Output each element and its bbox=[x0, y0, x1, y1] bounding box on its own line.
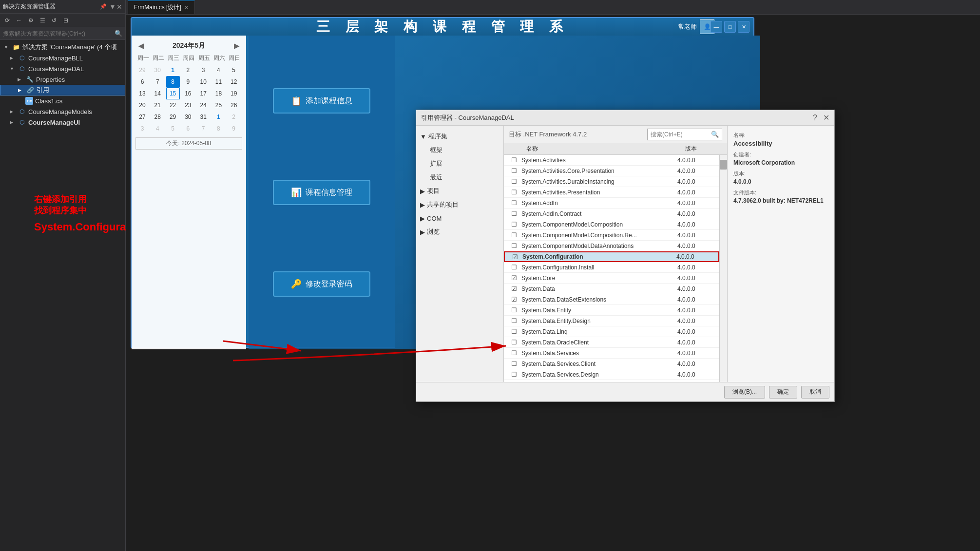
table-row[interactable]: System.AddIn 4.0.0.0 bbox=[504, 198, 719, 209]
se-item-bll[interactable]: ▶ ⬡ CourseManageBLL bbox=[0, 53, 125, 63]
cal-day[interactable]: 9 bbox=[181, 76, 195, 88]
search-icon[interactable]: 🔍 bbox=[115, 30, 122, 37]
cal-day[interactable]: 17 bbox=[196, 88, 210, 99]
cal-day[interactable]: 6 bbox=[135, 76, 149, 88]
ref-sidebar-assemblies[interactable]: ▼ 程序集 bbox=[416, 130, 503, 143]
cal-day[interactable]: 9 bbox=[227, 123, 241, 134]
cancel-btn[interactable]: 取消 bbox=[801, 386, 829, 399]
cal-day[interactable]: 12 bbox=[227, 76, 241, 88]
table-row[interactable]: System.ComponentModel.Composition 4.0.0.… bbox=[504, 219, 719, 230]
checkbox[interactable] bbox=[507, 328, 521, 335]
browse-btn[interactable]: 浏览(B)... bbox=[724, 386, 765, 399]
ref-sidebar-extensions[interactable]: 扩展 bbox=[416, 157, 503, 171]
table-row[interactable]: System.Data.Services.Client 4.0.0.0 bbox=[504, 359, 719, 369]
cal-day[interactable]: 23 bbox=[181, 99, 195, 111]
cal-day[interactable]: 29 bbox=[135, 64, 149, 76]
table-row[interactable]: System.Data.Entity.Design 4.0.0.0 bbox=[504, 316, 719, 326]
cal-day[interactable]: 5 bbox=[227, 64, 241, 76]
cal-day-today[interactable]: 8 bbox=[166, 76, 180, 88]
se-item-ui[interactable]: ▶ ⬡ CourseManageUI bbox=[0, 117, 125, 128]
table-row[interactable]: System.Data.DataSetExtensions 4.0.0.0 bbox=[504, 294, 719, 305]
cal-day[interactable]: 16 bbox=[181, 88, 195, 99]
minimize-btn[interactable]: — bbox=[711, 21, 722, 33]
table-row[interactable]: System.Configuration.Install 4.0.0.0 bbox=[504, 262, 719, 273]
table-row[interactable]: System.Activities.Core.Presentation 4.0.… bbox=[504, 166, 719, 176]
cal-day[interactable]: 13 bbox=[135, 88, 149, 99]
se-item-dal[interactable]: ▼ ⬡ CourseManageDAL bbox=[0, 63, 125, 74]
cal-day[interactable]: 3 bbox=[196, 64, 210, 76]
cal-day[interactable]: 7 bbox=[151, 76, 164, 88]
se-menu-icon[interactable]: ▾ bbox=[111, 2, 115, 11]
table-row[interactable]: System.Core 4.0.0.0 bbox=[504, 273, 719, 284]
table-row[interactable]: System.Data.OracleClient 4.0.0.0 bbox=[504, 337, 719, 348]
ref-close-btn[interactable]: ✕ bbox=[823, 113, 829, 122]
checkbox[interactable] bbox=[507, 210, 521, 217]
collapse-btn[interactable]: ⊟ bbox=[60, 15, 71, 26]
cal-day[interactable]: 30 bbox=[181, 111, 195, 123]
cal-day[interactable]: 18 bbox=[211, 88, 225, 99]
checkbox[interactable] bbox=[507, 242, 521, 249]
table-row[interactable]: System.Data.Entity 4.0.0.0 bbox=[504, 305, 719, 316]
app-close-btn[interactable]: ✕ bbox=[738, 21, 749, 33]
cal-day[interactable]: 21 bbox=[151, 99, 164, 111]
cal-day[interactable]: 25 bbox=[211, 99, 225, 111]
checkbox[interactable] bbox=[507, 264, 521, 271]
cal-prev-btn[interactable]: ◀ bbox=[135, 42, 147, 50]
close-icon[interactable]: ✕ bbox=[116, 3, 122, 11]
cal-day[interactable]: 4 bbox=[211, 64, 225, 76]
table-row[interactable]: System.Activities 4.0.0.0 bbox=[504, 155, 719, 166]
checkbox[interactable] bbox=[507, 349, 521, 357]
refresh-btn[interactable]: ↺ bbox=[49, 15, 59, 26]
checkbox[interactable] bbox=[507, 360, 521, 367]
se-item-solution[interactable]: ▼ 📁 解决方案 'CourseManage' (4 个项 bbox=[0, 42, 125, 53]
cal-day[interactable]: 11 bbox=[211, 76, 225, 88]
cal-next-btn[interactable]: ▶ bbox=[231, 42, 242, 50]
props-btn[interactable]: ⚙ bbox=[25, 15, 36, 26]
se-item-refs[interactable]: ▶ 🔗 引用 bbox=[0, 85, 125, 95]
cal-day[interactable]: 3 bbox=[135, 123, 149, 134]
checkbox[interactable] bbox=[507, 189, 521, 196]
maximize-btn[interactable]: □ bbox=[724, 21, 736, 33]
se-item-models[interactable]: ▶ ⬡ CourseManageModels bbox=[0, 106, 125, 117]
cal-day[interactable]: 22 bbox=[166, 99, 180, 111]
checkbox[interactable] bbox=[507, 306, 521, 314]
checkbox-checked[interactable] bbox=[507, 285, 521, 292]
cal-day[interactable]: 19 bbox=[227, 88, 241, 99]
table-row[interactable]: System.Activities.DurableInstancing 4.0.… bbox=[504, 176, 719, 187]
add-course-btn[interactable]: 📋 添加课程信息 bbox=[273, 88, 370, 114]
checkbox[interactable] bbox=[507, 167, 521, 174]
ref-sidebar-projects[interactable]: ▶ 项目 bbox=[416, 184, 503, 198]
table-row[interactable]: System.ComponentModel.Composition.Re... … bbox=[504, 230, 719, 241]
table-row[interactable]: System.AddIn.Contract 4.0.0.0 bbox=[504, 209, 719, 219]
help-icon[interactable]: ? bbox=[813, 114, 817, 122]
table-row[interactable]: System.Data.Services 4.0.0.0 bbox=[504, 348, 719, 359]
checkbox[interactable] bbox=[507, 317, 521, 324]
cal-day[interactable]: 27 bbox=[135, 111, 149, 123]
cal-day[interactable]: 6 bbox=[181, 123, 195, 134]
cal-day[interactable]: 5 bbox=[166, 123, 180, 134]
cal-day[interactable]: 1 bbox=[166, 64, 180, 76]
ref-search-input[interactable] bbox=[651, 131, 709, 138]
ref-sidebar-recent[interactable]: 最近 bbox=[416, 171, 503, 184]
table-row[interactable]: System.Data 4.0.0.0 bbox=[504, 284, 719, 294]
cal-day[interactable]: 2 bbox=[181, 64, 195, 76]
table-row[interactable]: System.Activities.Presentation 4.0.0.0 bbox=[504, 187, 719, 198]
sync-btn[interactable]: ⟳ bbox=[2, 15, 13, 26]
checkbox[interactable] bbox=[507, 199, 521, 207]
ref-search-icon[interactable]: 🔍 bbox=[711, 131, 719, 138]
cal-day[interactable]: 20 bbox=[135, 99, 149, 111]
table-row[interactable]: System.ComponentModel.DataAnnotations 4.… bbox=[504, 241, 719, 251]
cal-day[interactable]: 30 bbox=[151, 64, 164, 76]
checkbox-checked[interactable] bbox=[508, 253, 522, 261]
cal-day[interactable]: 2 bbox=[227, 111, 241, 123]
cal-day[interactable]: 28 bbox=[151, 111, 164, 123]
ref-scrollbar[interactable] bbox=[719, 155, 727, 382]
table-row-sysconfig[interactable]: System.Configuration 4.0.0.0 bbox=[504, 251, 719, 262]
cal-day[interactable]: 7 bbox=[196, 123, 210, 134]
ok-btn[interactable]: 确定 bbox=[769, 386, 797, 399]
checkbox-checked[interactable] bbox=[507, 274, 521, 282]
se-search-input[interactable] bbox=[3, 30, 113, 37]
ref-sidebar-com[interactable]: ▶ COM bbox=[416, 211, 503, 225]
checkbox[interactable] bbox=[507, 231, 521, 239]
pin-icon[interactable]: 📌 bbox=[100, 3, 107, 10]
